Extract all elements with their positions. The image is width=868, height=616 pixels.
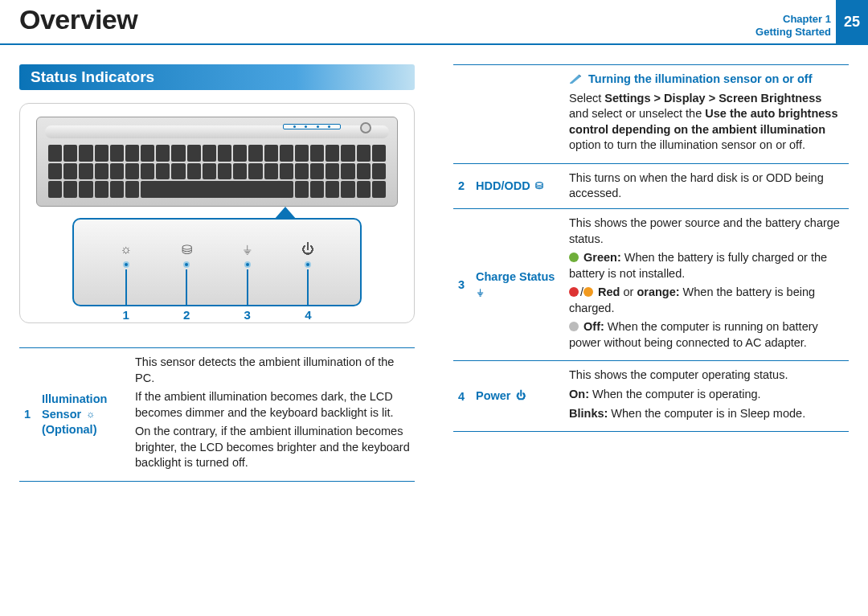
page-number: 25 [836, 0, 868, 43]
right-column: Turning the illumination sensor on or of… [434, 64, 868, 616]
status-indicators-figure: ☼ 1 ⛁ 2 ⏚ 3 [19, 103, 415, 323]
indicator-zoom-panel: ☼ 1 ⛁ 2 ⏚ 3 [72, 218, 362, 306]
section-heading: Status Indicators [19, 64, 415, 90]
note-title: Turning the illumination sensor on or of… [588, 72, 812, 85]
indicator-table-right: Turning the illumination sensor on or of… [453, 64, 849, 432]
row1-label: Illumination Sensor ☼ (Optional) [37, 348, 130, 482]
table-row: 2 HDD/ODD ⛁ This turns on when the hard … [453, 163, 849, 208]
power-button-icon [360, 122, 371, 133]
led-strip-icon [283, 124, 341, 129]
row2-number: 2 [453, 163, 471, 208]
sun-icon: ☼ [117, 240, 135, 258]
left-column: Status Indicators ☼ [0, 64, 434, 616]
callout-num-4: 4 [305, 308, 311, 322]
chapter-block: Chapter 1 Getting Started [755, 10, 836, 38]
indicator-table-left: 1 Illumination Sensor ☼ (Optional) This … [19, 347, 415, 482]
row4-number: 4 [453, 361, 471, 432]
page-title: Overview [19, 4, 137, 35]
row3-desc: This shows the power source and the batt… [564, 208, 849, 361]
indicator-1: ☼ 1 [117, 240, 135, 322]
chapter-line-1: Chapter 1 [755, 13, 831, 26]
header-right: Chapter 1 Getting Started 25 [755, 4, 868, 43]
row3-number: 3 [453, 208, 471, 361]
row2-desc: This turns on when the hard disk is or O… [564, 163, 849, 208]
callout-num-3: 3 [244, 308, 251, 322]
sun-icon: ☼ [86, 409, 95, 421]
grey-dot-icon [569, 322, 579, 331]
row4-desc: This shows the computer operating status… [564, 361, 849, 432]
note-body: Select Settings > Display > Screen Brigh… [569, 91, 844, 154]
indicator-4: ⏻ 4 [299, 240, 317, 322]
note-icon [569, 73, 582, 84]
power-icon: ⏻ [299, 240, 317, 258]
callout-num-2: 2 [183, 308, 190, 322]
red-dot-icon [569, 287, 579, 297]
note-block: Turning the illumination sensor on or of… [564, 65, 849, 164]
table-row: 3 Charge Status⏚ This shows the power so… [453, 208, 849, 361]
indicator-3: ⏚ 3 [239, 240, 256, 322]
chapter-line-2: Getting Started [755, 26, 831, 39]
table-row: 4 Power ⏻ This shows the computer operat… [453, 361, 849, 432]
disk-icon: ⛁ [535, 180, 543, 193]
page-header: Overview Chapter 1 Getting Started 25 [0, 0, 868, 45]
battery-icon: ⏚ [477, 286, 483, 299]
table-row: Turning the illumination sensor on or of… [453, 65, 849, 164]
orange-dot-icon [583, 287, 593, 297]
row1-number: 1 [19, 348, 37, 482]
row3-label: Charge Status⏚ [471, 208, 564, 361]
indicator-2: ⛁ 2 [178, 240, 195, 322]
battery-icon: ⏚ [239, 240, 256, 258]
disk-icon: ⛁ [178, 240, 195, 258]
callout-num-1: 1 [122, 308, 129, 322]
power-icon: ⏻ [516, 390, 526, 403]
green-dot-icon [569, 253, 579, 262]
row4-label: Power ⏻ [471, 361, 564, 432]
laptop-illustration [36, 117, 398, 207]
table-row: 1 Illumination Sensor ☼ (Optional) This … [19, 348, 415, 482]
row2-label: HDD/ODD ⛁ [471, 163, 564, 208]
row1-desc: This sensor detects the ambient illumina… [130, 348, 415, 482]
